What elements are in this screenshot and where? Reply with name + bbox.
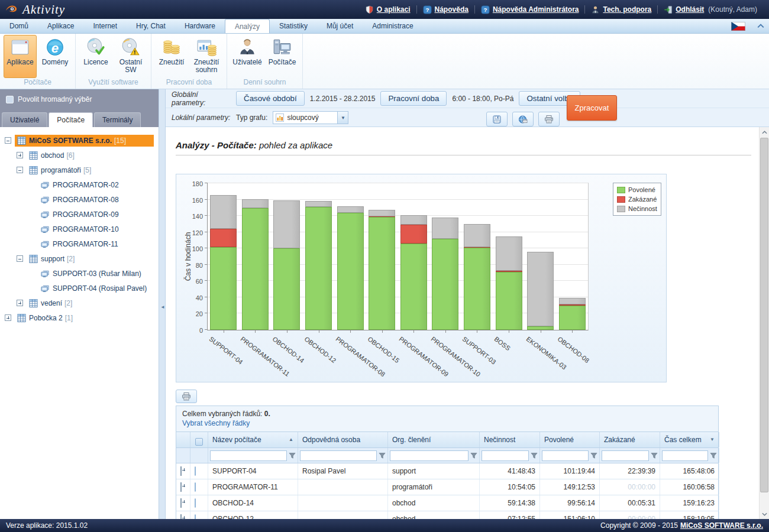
- collapse-minus-icon[interactable]: [5, 137, 11, 144]
- multi-select-checkbox[interactable]: [6, 96, 14, 103]
- row-checkbox[interactable]: [195, 514, 196, 519]
- filter-funnel-icon[interactable]: [289, 452, 296, 459]
- filter-funnel-icon[interactable]: [710, 452, 717, 459]
- cell-name: OBCHOD-14: [208, 495, 298, 511]
- chevron-up-icon[interactable]: [757, 24, 764, 28]
- header-org-členěn-[interactable]: Org. členění: [388, 432, 480, 447]
- bar-segment-povolené: [242, 208, 269, 330]
- tree-item[interactable]: PROGRAMATOR-11: [0, 236, 159, 251]
- topbar-link-n-pov-da[interactable]: ?Nápověda: [417, 5, 474, 14]
- menu-tab-administrace[interactable]: Administrace: [363, 19, 422, 33]
- filter-input-3[interactable]: [390, 450, 468, 461]
- ribbon-item-po-ta-e[interactable]: Počítače: [266, 35, 299, 78]
- save-button[interactable]: [486, 112, 508, 126]
- menu-tab-aplikace[interactable]: Aplikace: [38, 19, 83, 33]
- select-all-checkbox[interactable]: [195, 438, 203, 446]
- tree-item[interactable]: Pobočka 2[1]: [0, 310, 159, 325]
- expand-plus-icon[interactable]: [180, 482, 182, 492]
- chevron-down-icon[interactable]: ▼: [337, 112, 348, 124]
- select-all-rows-link[interactable]: Vybrat všechny řádky: [182, 419, 712, 428]
- ribbon-item-uživatel-[interactable]: Uživatelé: [231, 35, 264, 78]
- language-flag-cz-icon[interactable]: [731, 22, 745, 31]
- tree-item[interactable]: programátoři[5]: [0, 163, 159, 177]
- filter-funnel-icon[interactable]: [470, 452, 477, 459]
- ribbon-item-aplikace[interactable]: Aplikace: [4, 35, 37, 78]
- expand-plus-icon[interactable]: [17, 300, 23, 306]
- header-odpovědn-osoba[interactable]: Odpovědná osoba: [298, 432, 388, 447]
- topbar-link-tech-podpora[interactable]: Tech. podpora: [585, 5, 657, 14]
- tree-item[interactable]: SUPPORT-04 (Rosipal Pavel): [0, 281, 159, 296]
- scroll-down-button[interactable]: [760, 509, 769, 519]
- ribbon-item-licence[interactable]: Licence: [79, 35, 112, 78]
- filter-input-1[interactable]: [210, 450, 287, 461]
- menu-tab-anal-zy[interactable]: Analýzy: [225, 19, 270, 33]
- header-nečinnost[interactable]: Nečinnost: [480, 432, 540, 447]
- tree-item[interactable]: PROGRAMATOR-02: [0, 177, 159, 192]
- tree-item[interactable]: obchod[6]: [0, 148, 159, 163]
- menu-tab-můj-et[interactable]: Můj účet: [317, 19, 363, 33]
- tree-item[interactable]: vedení[2]: [0, 296, 159, 310]
- expand-plus-icon[interactable]: [17, 152, 23, 158]
- header-n-zev-poč-tače[interactable]: Název počítače▲: [208, 432, 298, 447]
- top-bar: Aktivity O aplikaci?Nápověda?Nápověda Ad…: [0, 0, 769, 19]
- sidebar-tab-termin-ly[interactable]: Terminály: [94, 112, 141, 127]
- filter-input-5[interactable]: [542, 450, 589, 461]
- ribbon-item-zneužit-souhrn[interactable]: Zneužití souhrn: [190, 35, 223, 78]
- tree-item[interactable]: PROGRAMATOR-09: [0, 207, 159, 222]
- tree-item[interactable]: support[2]: [0, 251, 159, 266]
- row-checkbox[interactable]: [195, 498, 196, 508]
- filter-funnel-icon[interactable]: [379, 452, 386, 459]
- header-čas-celkem[interactable]: Čas celkem▼: [660, 432, 719, 447]
- scroll-up-button[interactable]: [760, 127, 769, 137]
- table-print-button[interactable]: [176, 390, 197, 403]
- expand-plus-icon[interactable]: [180, 498, 182, 508]
- menu-tab-statistiky[interactable]: Statistiky: [270, 19, 317, 33]
- ribbon-item-zneužit-[interactable]: Zneužití: [155, 35, 188, 78]
- row-checkbox[interactable]: [195, 482, 196, 492]
- process-button[interactable]: Zpracovat: [567, 95, 617, 121]
- collapse-minus-icon[interactable]: [17, 255, 23, 262]
- filter-input-7[interactable]: [662, 450, 708, 461]
- expand-plus-icon[interactable]: [180, 514, 182, 519]
- filter-funnel-icon[interactable]: [531, 452, 538, 459]
- print-button[interactable]: [538, 112, 560, 126]
- filter-input-6[interactable]: [602, 450, 649, 461]
- scrollbar-thumb[interactable]: [760, 138, 768, 492]
- x-axis-tick-mark: [413, 330, 414, 333]
- filter-input-2[interactable]: [300, 450, 377, 461]
- topbar-link-o-aplikaci[interactable]: O aplikaci: [359, 5, 416, 14]
- filter-funnel-icon[interactable]: [651, 452, 658, 459]
- expand-plus-icon[interactable]: [5, 314, 11, 321]
- filter-funnel-icon[interactable]: [590, 452, 597, 459]
- chart-type-select[interactable]: sloupcový ▼: [273, 111, 348, 124]
- menu-tab-internet[interactable]: Internet: [83, 19, 127, 33]
- export-web-button[interactable]: [512, 112, 534, 126]
- menu-tab-hardware[interactable]: Hardware: [175, 19, 225, 33]
- expand-plus-icon[interactable]: [180, 466, 182, 476]
- collapse-minus-icon[interactable]: [17, 167, 23, 173]
- tree-item[interactable]: SUPPORT-03 (Rušar Milan): [0, 266, 159, 281]
- gridline: [208, 183, 588, 183]
- vertical-scrollbar[interactable]: [759, 127, 769, 519]
- menu-tab-domů[interactable]: Domů: [0, 19, 38, 33]
- ribbon-item-dom-ny[interactable]: eDomény: [38, 35, 72, 78]
- work-time-button[interactable]: Pracovní doba: [380, 91, 447, 106]
- sidebar-tab-u-ivatelé[interactable]: Uživatelé: [2, 112, 47, 127]
- sidebar-tab-po-ta-e[interactable]: Počítače: [49, 112, 93, 127]
- filter-input-4[interactable]: [482, 450, 529, 461]
- row-checkbox[interactable]: [195, 466, 196, 476]
- sidebar-splitter[interactable]: ◄: [159, 89, 166, 519]
- topbar-link-odhl-sit[interactable]: Odhlásit (Koutný, Adam): [658, 5, 763, 14]
- tree-item[interactable]: PROGRAMATOR-08: [0, 192, 159, 207]
- column-menu-icon[interactable]: ▼: [710, 432, 715, 447]
- company-link[interactable]: MiCoS SOFTWARE s.r.o.: [680, 521, 763, 530]
- topbar-link-n-pov-da-administr-tora[interactable]: ?Nápověda Administrátora: [475, 5, 585, 14]
- tree-item[interactable]: PROGRAMATOR-10: [0, 222, 159, 236]
- header-povolen-[interactable]: Povolené: [540, 432, 600, 447]
- ribbon-item-ostatn-sw[interactable]: Ostatní SW: [114, 35, 147, 78]
- time-period-button[interactable]: Časové období: [236, 91, 305, 106]
- cell-org: support: [388, 463, 480, 479]
- header-zak-zan-[interactable]: Zakázané: [600, 432, 660, 447]
- tree-item[interactable]: MiCoS SOFTWARE s.r.o.[15]: [0, 133, 159, 148]
- menu-tab-hry-chat[interactable]: Hry, Chat: [127, 19, 175, 33]
